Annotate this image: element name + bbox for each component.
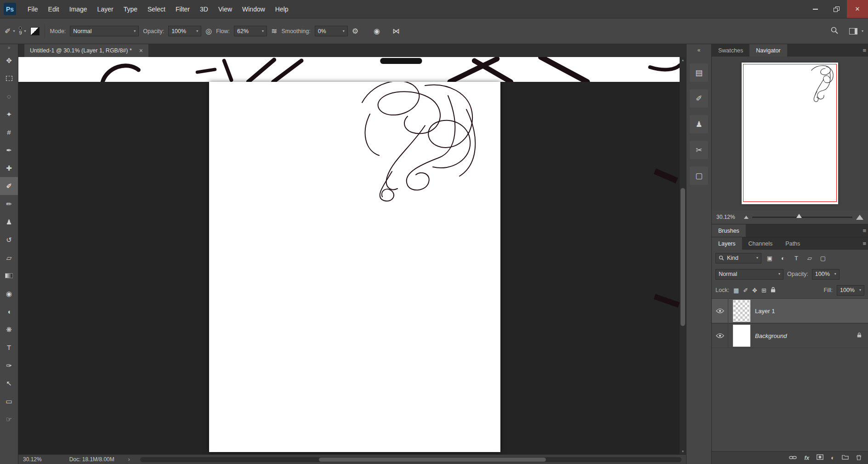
opacity-input[interactable]: 100% ▾ xyxy=(168,26,201,36)
filter-shape-layers-icon[interactable]: ▱ xyxy=(805,253,815,263)
menu-help[interactable]: Help xyxy=(270,0,294,18)
tool-history-brush[interactable]: ↺ xyxy=(0,231,18,249)
new-group-folder-icon[interactable] xyxy=(842,454,849,461)
tool-brush[interactable]: ✐ xyxy=(0,177,18,195)
flow-input[interactable]: 62% ▾ xyxy=(234,26,267,36)
tab-paths[interactable]: Paths xyxy=(779,237,806,250)
lock-artboard-icon[interactable]: ⊞ xyxy=(761,287,766,294)
tool-blur[interactable]: ◉ xyxy=(0,285,18,303)
tool-pencil[interactable]: ✏ xyxy=(0,195,18,213)
layer-row-layer1[interactable]: Layer 1 xyxy=(712,298,868,323)
layer-thumbnail[interactable] xyxy=(733,325,750,347)
adjustment-layer-icon[interactable]: ◐ xyxy=(831,454,834,461)
fill-input[interactable]: 100% ▾ xyxy=(837,285,864,296)
filter-smart-objects-icon[interactable]: ▢ xyxy=(818,253,828,263)
tool-eraser[interactable]: ▱ xyxy=(0,249,18,267)
brush-settings-panel-toggle[interactable] xyxy=(30,27,40,35)
menu-filter[interactable]: Filter xyxy=(170,0,195,18)
menu-file[interactable]: File xyxy=(23,0,43,18)
tab-channels[interactable]: Channels xyxy=(742,237,779,250)
zoom-in-icon[interactable] xyxy=(856,215,863,220)
filter-kind-select[interactable]: Kind ▾ xyxy=(715,253,761,264)
filter-adjustment-layers-icon[interactable]: ◐ xyxy=(778,253,788,263)
delete-layer-trash-icon[interactable] xyxy=(856,454,862,462)
document-canvas[interactable] xyxy=(209,82,500,452)
minimize-button[interactable] xyxy=(805,0,826,18)
layer-visibility-toggle[interactable] xyxy=(712,299,728,323)
tool-rectangular-marquee[interactable] xyxy=(0,69,18,87)
layer-style-icon[interactable]: fx xyxy=(804,455,809,461)
filter-type-layers-icon[interactable]: T xyxy=(791,253,801,263)
zoom-slider-thumb[interactable] xyxy=(796,214,802,218)
chevron-down-icon[interactable]: ▾ xyxy=(862,29,863,33)
menu-view[interactable]: View xyxy=(213,0,237,18)
tab-layers[interactable]: Layers xyxy=(712,237,742,250)
tool-sponge[interactable]: ❋ xyxy=(0,321,18,338)
tool-quick-selection[interactable]: ✦ xyxy=(0,105,18,123)
tool-spot-healing[interactable]: ✚ xyxy=(0,159,18,177)
tool-path-selection[interactable]: ↖ xyxy=(0,374,18,392)
panel-menu-icon[interactable]: ≡ xyxy=(862,240,866,247)
tool-eyedropper[interactable]: ✒ xyxy=(0,141,18,159)
tool-hand[interactable]: ☞ xyxy=(0,410,18,428)
tool-clone-stamp[interactable]: ♟ xyxy=(0,213,18,231)
libraries-panel-icon[interactable]: ✂ xyxy=(690,141,708,159)
adjustments-panel-icon[interactable]: ▢ xyxy=(690,166,708,185)
tool-lasso[interactable]: ◌ xyxy=(0,87,18,105)
clone-source-panel-icon[interactable]: ♟ xyxy=(690,115,708,133)
menu-type[interactable]: Type xyxy=(119,0,142,18)
lock-transparency-icon[interactable]: ▦ xyxy=(733,287,739,294)
restore-button[interactable] xyxy=(826,0,847,18)
tab-navigator[interactable]: Navigator xyxy=(749,44,787,57)
panel-menu-icon[interactable]: ≡ xyxy=(862,47,866,54)
layer-opacity-input[interactable]: 100% ▾ xyxy=(812,269,840,280)
menu-layer[interactable]: Layer xyxy=(92,0,119,18)
zoom-out-icon[interactable] xyxy=(744,216,749,219)
scroll-up-icon[interactable]: ▴ xyxy=(682,58,684,62)
tool-preset-picker[interactable]: ✐ ▾ xyxy=(5,27,15,35)
lock-all-icon[interactable] xyxy=(771,286,776,294)
layer-thumbnail[interactable] xyxy=(733,300,750,322)
horizontal-scroll-thumb[interactable] xyxy=(319,458,546,462)
link-layers-icon[interactable] xyxy=(789,454,797,461)
tool-rectangle[interactable]: ▭ xyxy=(0,392,18,410)
close-button[interactable]: ✕ xyxy=(847,0,868,18)
canvas-viewport[interactable]: ▴ ▾ xyxy=(18,57,686,454)
filter-pixel-layers-icon[interactable]: ▣ xyxy=(765,253,775,263)
tool-type[interactable]: T xyxy=(0,338,18,356)
tool-dodge[interactable]: ◖ xyxy=(0,303,18,321)
layer-row-background[interactable]: Background xyxy=(712,323,868,348)
navigator-thumbnail[interactable] xyxy=(742,63,838,204)
scroll-down-icon[interactable]: ▾ xyxy=(682,449,684,453)
brushes-panel-icon[interactable]: ✐ xyxy=(690,89,708,108)
layer-visibility-toggle[interactable] xyxy=(712,324,728,348)
search-icon[interactable] xyxy=(830,26,839,36)
tool-move[interactable]: ✥ xyxy=(0,52,18,69)
expand-panels-icon[interactable]: « xyxy=(686,44,711,56)
layer-name[interactable]: Background xyxy=(755,332,787,339)
document-tab[interactable]: Untitled-1 @ 30.1% (Layer 1, RGB/8#) * × xyxy=(24,44,148,57)
status-zoom-value[interactable]: 30.12% xyxy=(23,456,42,463)
layer-name[interactable]: Layer 1 xyxy=(755,308,775,315)
vertical-scroll-thumb[interactable] xyxy=(681,188,685,326)
toolbar-collapse-icon[interactable]: » xyxy=(0,44,18,52)
layer-mask-icon[interactable] xyxy=(817,454,823,461)
gear-icon[interactable]: ⚙ xyxy=(352,27,358,35)
layer-blend-mode-select[interactable]: Normal ▾ xyxy=(715,269,783,280)
pressure-opacity-icon[interactable]: ◎ xyxy=(205,27,212,35)
menu-image[interactable]: Image xyxy=(64,0,92,18)
navigator-zoom-value[interactable]: 30.12% xyxy=(716,214,740,220)
workspace-icon[interactable] xyxy=(849,28,857,34)
navigator-zoom-slider[interactable] xyxy=(752,217,852,218)
blend-mode-select[interactable]: Normal ▾ xyxy=(70,26,139,36)
tool-gradient[interactable] xyxy=(0,267,18,285)
symmetry-icon[interactable]: ⋈ xyxy=(392,27,400,35)
tool-pen[interactable]: ✑ xyxy=(0,356,18,374)
panel-menu-icon[interactable]: ≡ xyxy=(862,227,866,234)
vertical-scrollbar[interactable]: ▴ ▾ xyxy=(680,57,686,454)
status-chevron-icon[interactable]: › xyxy=(128,456,130,463)
tool-crop[interactable]: # xyxy=(0,123,18,141)
lock-position-icon[interactable]: ✥ xyxy=(752,287,757,294)
lock-pixels-icon[interactable]: ✐ xyxy=(743,287,748,294)
tab-brushes[interactable]: Brushes xyxy=(712,224,746,237)
